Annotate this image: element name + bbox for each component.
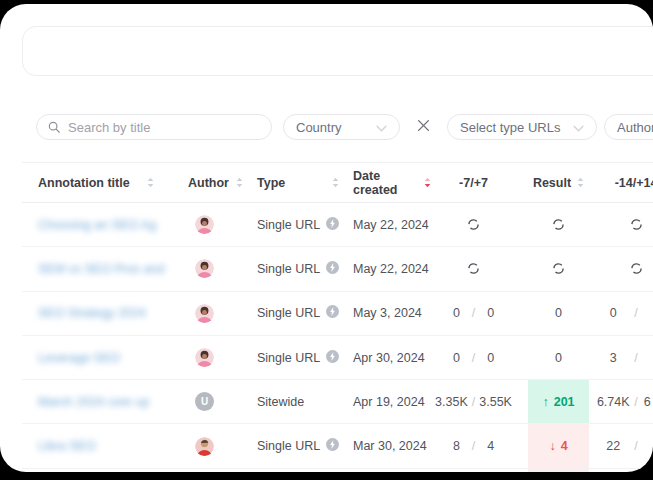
refresh-icon[interactable]: [552, 262, 565, 275]
sort-icon[interactable]: [236, 177, 243, 188]
table-row[interactable]: Leverage SEO Single URL Apr 30, 2024 0/0…: [22, 336, 653, 380]
m7-values: 3.35K/3.55K: [445, 395, 528, 409]
type-urls-select[interactable]: Select type URLs: [447, 114, 597, 140]
column-header-annotation-title[interactable]: Annotation title: [22, 176, 188, 190]
m7-values: 0/0: [445, 306, 528, 320]
arrow-up-icon: ↑: [542, 395, 548, 409]
sort-icon[interactable]: [577, 177, 584, 188]
column-header-author[interactable]: Author: [188, 176, 257, 190]
country-select[interactable]: Country: [283, 114, 400, 140]
refresh-icon[interactable]: [467, 218, 480, 231]
sort-icon[interactable]: [147, 177, 154, 188]
refresh-icon[interactable]: [552, 218, 565, 231]
annotation-title-link[interactable]: Leverage SEO: [38, 351, 120, 365]
table-row-partial: [22, 469, 653, 472]
date-created-cell: Mar 30, 2024: [353, 424, 445, 467]
top-toolbar-box[interactable]: [22, 26, 653, 76]
m14-values: 3/: [589, 351, 653, 365]
m7-values: 8/4: [445, 439, 528, 453]
single-url-bolt-icon: [326, 350, 339, 366]
app-card: Search by title Country Select type URLs…: [0, 4, 653, 472]
date-created-cell: Apr 19, 2024: [353, 380, 445, 423]
result-cell: 0: [528, 292, 589, 335]
author-select[interactable]: Author: [604, 114, 653, 140]
avatar: U: [195, 392, 214, 411]
sort-icon[interactable]: [332, 177, 339, 188]
m14-values: 0/: [589, 306, 653, 320]
annotation-title-link[interactable]: Choosing an SEO Ag: [38, 218, 156, 232]
table-row[interactable]: Libra SEO Single URL Mar 30, 2024 8/4 ↓4…: [22, 424, 653, 468]
avatar: [195, 215, 214, 234]
column-header-minus7-plus7[interactable]: -7/+7: [445, 176, 528, 190]
table-row[interactable]: SEO Strategy 2024 Single URL May 3, 2024…: [22, 292, 653, 336]
avatar: [195, 348, 214, 367]
close-icon: [417, 119, 430, 135]
column-header-type[interactable]: Type: [257, 176, 353, 190]
annotations-table: Annotation title Author Type Date create…: [22, 162, 653, 472]
column-header-minus14-plus14[interactable]: -14/+14: [589, 176, 653, 190]
table-row[interactable]: March 2024 core up U Sitewide Apr 19, 20…: [22, 380, 653, 424]
clear-filters-button[interactable]: [400, 114, 447, 140]
column-header-date-created[interactable]: Date created: [353, 169, 445, 197]
search-input[interactable]: Search by title: [36, 114, 272, 140]
chevron-down-icon: [573, 118, 584, 136]
table-header-row: Annotation title Author Type Date create…: [22, 162, 653, 203]
single-url-bolt-icon: [326, 305, 339, 321]
avatar: [195, 437, 214, 456]
search-icon: [47, 120, 61, 134]
m14-values: 6.74K/6: [589, 395, 653, 409]
result-cell: 0: [528, 336, 589, 379]
refresh-icon[interactable]: [630, 262, 643, 275]
date-created-cell: May 22, 2024: [353, 203, 445, 246]
chevron-down-icon: [376, 118, 387, 136]
date-created-cell: May 3, 2024: [353, 292, 445, 335]
filter-bar: Search by title Country Select type URLs…: [36, 114, 653, 140]
m7-values: 0/0: [445, 351, 528, 365]
avatar: [195, 304, 214, 323]
column-header-result[interactable]: Result: [528, 176, 589, 190]
refresh-icon[interactable]: [467, 262, 480, 275]
sort-icon-active-desc[interactable]: [424, 177, 431, 188]
date-created-cell: May 22, 2024: [353, 247, 445, 290]
single-url-bolt-icon: [326, 261, 339, 277]
annotation-title-link[interactable]: SEO Strategy 2024: [38, 306, 146, 320]
single-url-bolt-icon: [326, 217, 339, 233]
annotation-title-link[interactable]: March 2024 core up: [38, 395, 149, 409]
avatar: [195, 259, 214, 278]
refresh-icon[interactable]: [630, 218, 643, 231]
date-created-cell: Apr 30, 2024: [353, 336, 445, 379]
m14-values: 22/: [589, 439, 653, 453]
table-row[interactable]: Choosing an SEO Ag Single URL May 22, 20…: [22, 203, 653, 247]
annotation-title-link[interactable]: SEM vs SEO Pros and: [38, 262, 164, 276]
result-cell-negative: ↓4: [528, 424, 589, 467]
table-row[interactable]: SEM vs SEO Pros and Single URL May 22, 2…: [22, 247, 653, 291]
annotation-title-link[interactable]: Libra SEO: [38, 439, 96, 453]
search-placeholder: Search by title: [68, 120, 150, 135]
single-url-bolt-icon: [326, 438, 339, 454]
arrow-down-icon: ↓: [549, 439, 555, 453]
result-cell-positive: ↑201: [528, 380, 589, 423]
